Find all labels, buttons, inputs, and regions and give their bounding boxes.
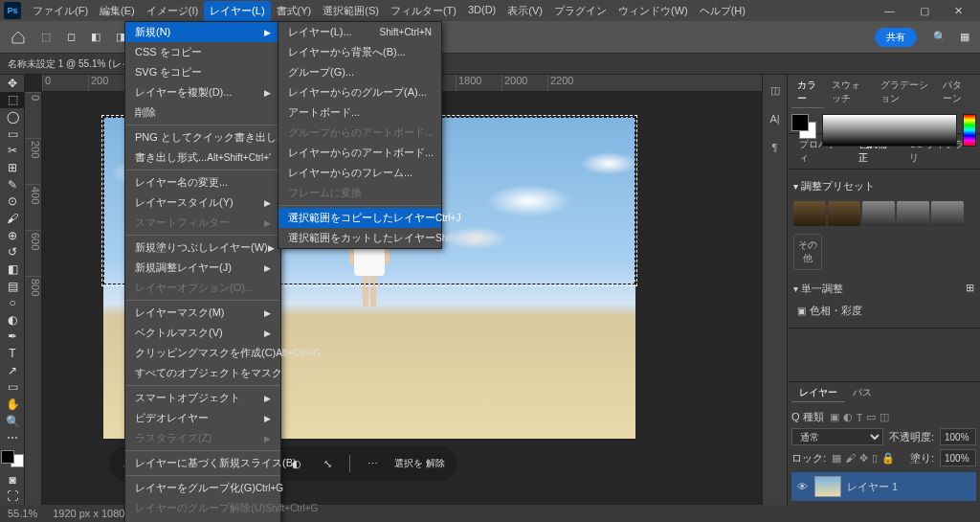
preset-5[interactable] [931, 201, 964, 226]
menu-プラグイン[interactable]: プラグイン [548, 1, 612, 21]
preset-3[interactable] [862, 201, 895, 226]
opacity-input[interactable] [940, 428, 976, 445]
ctx-deselect-button[interactable]: 選択を 解除 [394, 457, 445, 470]
move-tool[interactable]: ✥ [0, 75, 25, 92]
sel-add-icon[interactable]: ◧ [88, 30, 103, 45]
menu-item[interactable]: レイヤーを非表示(R)Ctrl+, [125, 518, 280, 522]
menu-item[interactable]: アートボード... [278, 102, 441, 123]
single-adjustment-header[interactable]: ▾ 単一調整 ⊞ [793, 278, 974, 300]
hue-saturation-item[interactable]: ▣ 色相・彩度 [793, 300, 974, 322]
char-panel-icon[interactable]: A| [766, 109, 785, 128]
zoom-tool[interactable]: 🔍 [0, 413, 25, 430]
edit-toolbar[interactable]: ⋯ [0, 429, 25, 446]
color-swatch-fgbg[interactable] [791, 114, 816, 139]
menu-item[interactable]: レイヤーマスク(M)▶ [125, 303, 280, 323]
lasso-tool[interactable]: ◯ [0, 108, 25, 125]
gradient-tool[interactable]: ▤ [0, 278, 25, 295]
menu-item[interactable]: レイヤーからのフレーム... [278, 163, 441, 183]
dodge-tool[interactable]: ◐ [0, 311, 25, 329]
menu-item[interactable]: レイヤーをグループ化(G)Ctrl+G [125, 478, 280, 498]
menu-item[interactable]: レイヤー(L)...Shift+Ctrl+N [278, 22, 441, 42]
lock-trans-icon[interactable]: ▦ [832, 452, 841, 465]
menu-item[interactable]: レイヤーから背景へ(B)... [278, 42, 441, 62]
fill-input[interactable] [940, 449, 976, 466]
path-tool[interactable]: ↗ [0, 362, 25, 379]
layers-tab-0[interactable]: レイヤー [791, 384, 845, 402]
preset-2[interactable] [828, 201, 860, 226]
eyedropper-tool[interactable]: ✎ [0, 176, 25, 193]
eraser-tool[interactable]: ◧ [0, 261, 25, 278]
close-icon[interactable]: ✕ [948, 2, 969, 20]
menu-item[interactable]: ビデオレイヤー▶ [125, 408, 280, 428]
lock-nest-icon[interactable]: ▯ [872, 452, 878, 465]
layer-item[interactable]: 👁 レイヤー 1 [791, 472, 976, 501]
menu-item[interactable]: 選択範囲をコピーしたレイヤーCtrl+J [278, 208, 441, 228]
search-icon[interactable]: 🔍 [932, 30, 947, 45]
menu-レイヤー(L)[interactable]: レイヤー(L) [204, 1, 270, 21]
para-panel-icon[interactable]: ¶ [766, 138, 785, 157]
menu-item[interactable]: グループ(G)... [278, 62, 441, 82]
menu-3D(D)[interactable]: 3D(D) [462, 1, 501, 21]
menu-フィルター(T)[interactable]: フィルター(T) [385, 1, 462, 21]
color-tab-1[interactable]: スウォッチ [826, 77, 873, 108]
blend-mode-select[interactable]: 通常 [791, 428, 883, 445]
minimize-icon[interactable]: — [879, 2, 901, 20]
lock-pixel-icon[interactable]: 🖌 [845, 452, 856, 464]
menu-item[interactable]: 削除 [125, 102, 280, 123]
menu-item[interactable]: レイヤーを複製(D)...▶ [125, 82, 280, 102]
fg-bg-swatch[interactable] [1, 450, 24, 467]
brush-tool[interactable]: 🖌 [0, 210, 25, 227]
menu-item[interactable]: 新規(N)▶ [125, 22, 280, 42]
color-tab-0[interactable]: カラー [791, 77, 824, 108]
layer-thumbnail[interactable] [814, 476, 841, 497]
layer-name[interactable]: レイヤー 1 [847, 480, 898, 494]
crop-tool[interactable]: ✂ [0, 143, 25, 160]
menu-item[interactable]: レイヤーからのグループ(A)... [278, 82, 441, 102]
menu-ウィンドウ(W)[interactable]: ウィンドウ(W) [612, 1, 694, 21]
menu-item[interactable]: スマートオブジェクト▶ [125, 388, 280, 408]
menu-書式(Y)[interactable]: 書式(Y) [271, 1, 318, 21]
menu-item[interactable]: 新規調整レイヤー(J)▶ [125, 258, 280, 278]
history-brush-tool[interactable]: ↺ [0, 243, 25, 261]
maximize-icon[interactable]: ▢ [914, 2, 935, 20]
menu-item[interactable]: PNG としてクイック書き出しShift+Ctrl+' [125, 127, 280, 148]
menu-item[interactable]: CSS をコピー [125, 42, 280, 62]
history-panel-icon[interactable]: ◫ [766, 80, 785, 100]
menu-item[interactable]: ベクトルマスク(V)▶ [125, 323, 280, 343]
zoom-level[interactable]: 55.1% [8, 508, 37, 519]
marquee-tool[interactable]: ⬚ [0, 92, 25, 109]
type-tool[interactable]: T [0, 345, 25, 362]
filter-smart-icon[interactable]: ◫ [880, 411, 889, 423]
workspace-icon[interactable]: ▦ [957, 30, 972, 45]
document-tab[interactable]: 名称未設定 1 @ 55.1% (レイ [8, 57, 131, 71]
layers-tab-1[interactable]: パス [845, 384, 880, 402]
menu-item[interactable]: レイヤーからのアートボード... [278, 143, 441, 163]
menu-イメージ(I)[interactable]: イメージ(I) [141, 1, 204, 21]
clone-tool[interactable]: ⊕ [0, 227, 25, 244]
menu-item[interactable]: 書き出し形式...Alt+Shift+Ctrl+' [125, 148, 280, 168]
screenmode-icon[interactable]: ⛶ [0, 488, 25, 505]
menu-item[interactable]: 新規塗りつぶしレイヤー(W)▶ [125, 238, 280, 258]
color-tab-3[interactable]: パターン [937, 77, 976, 108]
spot-heal-tool[interactable]: ⊙ [0, 193, 25, 210]
menu-item[interactable]: SVG をコピー [125, 62, 280, 82]
menu-ファイル(F)[interactable]: ファイル(F) [27, 1, 94, 21]
ctx-transform-icon[interactable]: ⤡ [319, 455, 336, 472]
menu-item[interactable]: レイヤースタイル(Y)▶ [125, 193, 280, 213]
menu-item[interactable]: 選択範囲をカットしたレイヤーShift+Ctrl+J [278, 228, 441, 248]
adjustment-presets-header[interactable]: ▾ 調整プリセット [793, 175, 974, 197]
preset-more-button[interactable]: その他 [793, 234, 822, 270]
ctx-more-icon[interactable]: ⋯ [364, 455, 381, 472]
filter-adjust-icon[interactable]: ◐ [843, 411, 853, 423]
lock-all-icon[interactable]: 🔒 [881, 452, 895, 465]
hand-tool[interactable]: ✋ [0, 396, 25, 413]
frame-tool[interactable]: ⊞ [0, 159, 25, 176]
object-select-tool[interactable]: ▭ [0, 125, 25, 143]
share-button[interactable]: 共有 [875, 28, 917, 47]
filter-type-icon[interactable]: T [857, 412, 863, 423]
preset-1[interactable] [793, 201, 826, 226]
menu-item[interactable]: レイヤー名の変更... [125, 172, 280, 193]
color-tab-2[interactable]: グラデーション [875, 77, 935, 108]
blur-tool[interactable]: ○ [0, 294, 25, 311]
filter-shape-icon[interactable]: ▭ [866, 411, 876, 423]
